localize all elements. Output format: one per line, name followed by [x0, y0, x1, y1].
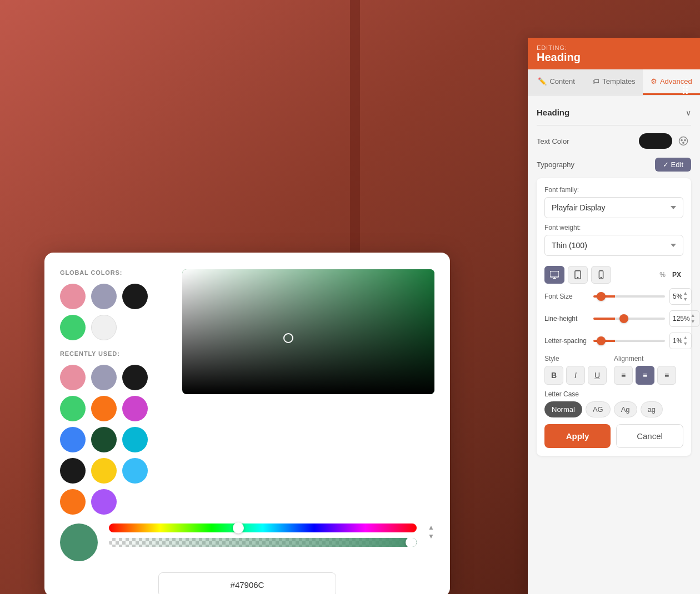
letter-spacing-up[interactable]: ▲: [682, 335, 688, 341]
line-height-value: 125%: [673, 315, 690, 323]
format-buttons: B I U: [544, 366, 614, 385]
typography-edit-btn[interactable]: ✓ Edit: [655, 158, 691, 172]
spinner-up-btn[interactable]: ▲: [428, 523, 434, 531]
bold-btn[interactable]: B: [544, 366, 563, 385]
typography-row: Typography ✓ Edit: [537, 153, 691, 176]
recent-swatch-pink[interactable]: [60, 365, 86, 390]
recent-swatch-black2[interactable]: [60, 458, 86, 484]
font-size-slider[interactable]: [593, 295, 665, 298]
font-size-input-box[interactable]: 5% ▲ ▼: [669, 288, 692, 305]
svg-point-10: [601, 277, 601, 278]
gradient-canvas[interactable]: [182, 269, 434, 394]
line-height-down[interactable]: ▼: [690, 319, 696, 325]
line-height-input-box[interactable]: 125% ▲ ▼: [669, 310, 699, 327]
unit-buttons: % PX: [657, 270, 683, 280]
hue-thumb[interactable]: [233, 522, 244, 533]
header-dots-icon[interactable]: ⠿: [681, 84, 691, 98]
italic-btn[interactable]: I: [566, 366, 585, 385]
unit-px-btn[interactable]: PX: [670, 270, 683, 280]
case-uppercase-btn[interactable]: AG: [586, 401, 611, 417]
line-height-label: Line-height: [544, 315, 589, 323]
right-panel: EDITING: Heading ⠿ ✏️ Content 🏷 Template…: [528, 38, 700, 594]
font-size-value: 5%: [673, 293, 682, 300]
case-normal-btn[interactable]: Normal: [544, 401, 582, 417]
recent-swatch-orange[interactable]: [91, 396, 117, 421]
text-color-label: Text Color: [537, 137, 569, 145]
case-capitalize-btn[interactable]: Ag: [614, 401, 637, 417]
recent-swatch-magenta[interactable]: [122, 396, 148, 421]
apply-button[interactable]: Apply: [544, 424, 611, 448]
device-desktop-btn[interactable]: [544, 266, 564, 284]
line-height-up[interactable]: ▲: [690, 313, 696, 319]
panel-body: Heading ∨ Text Color Typography ✓ Edit F…: [528, 95, 700, 594]
line-height-spinner[interactable]: ▲ ▼: [690, 313, 696, 325]
recent-swatch-light-blue[interactable]: [122, 458, 148, 484]
alpha-thumb[interactable]: [406, 538, 417, 547]
case-lowercase-btn[interactable]: ag: [641, 401, 663, 417]
cancel-button[interactable]: Cancel: [616, 424, 683, 448]
letter-spacing-slider[interactable]: [593, 340, 665, 342]
letter-spacing-value: 1%: [673, 337, 682, 345]
letter-spacing-input-box[interactable]: 1% ▲ ▼: [669, 333, 692, 349]
panel-tabs: ✏️ Content 🏷 Templates ⚙ Advanced: [528, 69, 700, 95]
underline-btn[interactable]: U: [588, 366, 607, 385]
font-size-up[interactable]: ▲: [682, 290, 688, 296]
recent-swatch-yellow[interactable]: [91, 458, 117, 484]
panel-bottom: ▲ ▼: [60, 523, 434, 561]
recent-swatch-orange2[interactable]: [60, 489, 86, 515]
hue-slider[interactable]: [109, 523, 417, 532]
tab-advanced[interactable]: ⚙ Advanced: [643, 69, 700, 95]
align-left-btn[interactable]: ≡: [614, 366, 633, 385]
swatch-purple-gray[interactable]: [91, 284, 117, 309]
swatch-pink[interactable]: [60, 284, 86, 309]
swatch-black[interactable]: [122, 284, 148, 309]
font-weight-label: Font weight:: [544, 224, 683, 231]
font-weight-select[interactable]: Thin (100): [544, 235, 683, 256]
alpha-slider[interactable]: [109, 538, 417, 547]
recent-swatch-black[interactable]: [122, 365, 148, 390]
line-height-slider[interactable]: [593, 318, 665, 320]
recent-swatch-dark-green[interactable]: [91, 427, 117, 452]
recent-swatch-purple[interactable]: [91, 489, 117, 515]
font-size-down[interactable]: ▼: [682, 296, 688, 303]
unit-percent-btn[interactable]: %: [657, 270, 668, 280]
tab-templates-label: Templates: [602, 77, 635, 85]
text-color-row: Text Color: [537, 129, 691, 153]
spinner-down-btn[interactable]: ▼: [428, 532, 434, 540]
edit-btn-label: ✓ Edit: [663, 160, 683, 169]
recently-used-section: RECENTLY USED:: [60, 350, 171, 515]
align-center-btn[interactable]: ≡: [636, 366, 654, 385]
align-right-btn[interactable]: ≡: [657, 366, 676, 385]
picker-cursor[interactable]: [283, 333, 293, 343]
letter-spacing-down[interactable]: ▼: [682, 341, 688, 347]
font-family-select[interactable]: Playfair Display: [544, 197, 683, 218]
tab-content-label: Content: [549, 77, 575, 85]
recent-swatch-purple-gray[interactable]: [91, 365, 117, 390]
style-label: Style: [544, 355, 614, 363]
heading-section-header[interactable]: Heading ∨: [537, 103, 691, 122]
palette-icon-btn[interactable]: [676, 133, 691, 149]
global-colors-label: GLOBAL COLORS:: [60, 269, 171, 276]
tab-content[interactable]: ✏️ Content: [528, 69, 585, 95]
font-family-label: Font family:: [544, 186, 683, 194]
style-col: Style B I U: [544, 355, 614, 385]
global-colors-section: GLOBAL COLORS:: [60, 269, 171, 340]
font-size-label: Font Size: [544, 293, 589, 300]
templates-icon: 🏷: [592, 77, 599, 85]
hex-input[interactable]: [158, 572, 336, 594]
color-picker-panel: GLOBAL COLORS: RECENTLY USED:: [44, 253, 450, 594]
recent-swatch-green[interactable]: [60, 396, 86, 421]
text-color-preview[interactable]: [639, 133, 672, 149]
swatch-green[interactable]: [60, 315, 86, 340]
recently-used-label: RECENTLY USED:: [60, 350, 171, 357]
letter-spacing-spinner[interactable]: ▲ ▼: [682, 335, 688, 347]
tab-templates[interactable]: 🏷 Templates: [585, 69, 642, 95]
recent-swatch-blue[interactable]: [60, 427, 86, 452]
device-mobile-btn[interactable]: [591, 266, 611, 284]
heading-section-title: Heading: [537, 108, 569, 117]
device-tablet-btn[interactable]: [568, 266, 588, 284]
swatch-white[interactable]: [91, 315, 117, 340]
recent-swatch-cyan[interactable]: [122, 427, 148, 452]
font-size-spinner[interactable]: ▲ ▼: [682, 290, 688, 303]
italic-icon: I: [574, 371, 577, 380]
